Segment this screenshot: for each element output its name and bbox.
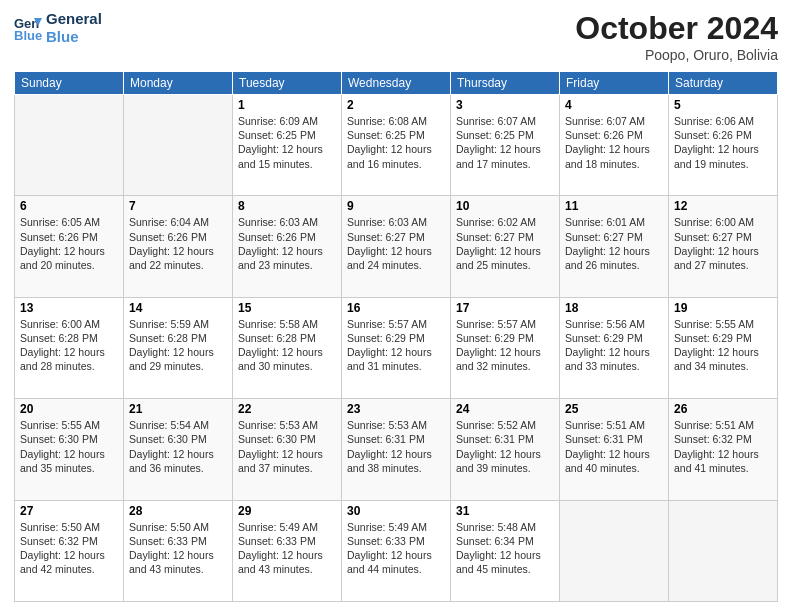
day-info: Sunrise: 6:02 AMSunset: 6:27 PMDaylight:…	[456, 215, 554, 272]
weekday-header-cell: Thursday	[451, 72, 560, 95]
calendar-day-cell	[560, 500, 669, 601]
calendar-day-cell	[124, 95, 233, 196]
day-info: Sunrise: 6:06 AMSunset: 6:26 PMDaylight:…	[674, 114, 772, 171]
calendar-day-cell: 31Sunrise: 5:48 AMSunset: 6:34 PMDayligh…	[451, 500, 560, 601]
calendar-day-cell: 25Sunrise: 5:51 AMSunset: 6:31 PMDayligh…	[560, 399, 669, 500]
day-info: Sunrise: 5:48 AMSunset: 6:34 PMDaylight:…	[456, 520, 554, 577]
day-number: 20	[20, 402, 118, 416]
logo: Gen Blue General Blue	[14, 10, 102, 46]
day-info: Sunrise: 5:56 AMSunset: 6:29 PMDaylight:…	[565, 317, 663, 374]
day-number: 22	[238, 402, 336, 416]
day-number: 10	[456, 199, 554, 213]
day-number: 23	[347, 402, 445, 416]
day-number: 7	[129, 199, 227, 213]
day-info: Sunrise: 5:49 AMSunset: 6:33 PMDaylight:…	[238, 520, 336, 577]
calendar-day-cell: 29Sunrise: 5:49 AMSunset: 6:33 PMDayligh…	[233, 500, 342, 601]
calendar-week-row: 13Sunrise: 6:00 AMSunset: 6:28 PMDayligh…	[15, 297, 778, 398]
calendar-week-row: 27Sunrise: 5:50 AMSunset: 6:32 PMDayligh…	[15, 500, 778, 601]
header: Gen Blue General Blue October 2024 Poopo…	[14, 10, 778, 63]
day-number: 31	[456, 504, 554, 518]
weekday-header-row: SundayMondayTuesdayWednesdayThursdayFrid…	[15, 72, 778, 95]
calendar-day-cell: 21Sunrise: 5:54 AMSunset: 6:30 PMDayligh…	[124, 399, 233, 500]
day-number: 24	[456, 402, 554, 416]
day-info: Sunrise: 5:51 AMSunset: 6:31 PMDaylight:…	[565, 418, 663, 475]
day-number: 29	[238, 504, 336, 518]
day-number: 16	[347, 301, 445, 315]
day-number: 12	[674, 199, 772, 213]
day-info: Sunrise: 5:57 AMSunset: 6:29 PMDaylight:…	[456, 317, 554, 374]
day-info: Sunrise: 5:55 AMSunset: 6:30 PMDaylight:…	[20, 418, 118, 475]
calendar-day-cell: 6Sunrise: 6:05 AMSunset: 6:26 PMDaylight…	[15, 196, 124, 297]
calendar-day-cell: 12Sunrise: 6:00 AMSunset: 6:27 PMDayligh…	[669, 196, 778, 297]
weekday-header-cell: Saturday	[669, 72, 778, 95]
calendar-day-cell: 4Sunrise: 6:07 AMSunset: 6:26 PMDaylight…	[560, 95, 669, 196]
day-info: Sunrise: 5:49 AMSunset: 6:33 PMDaylight:…	[347, 520, 445, 577]
day-info: Sunrise: 6:07 AMSunset: 6:25 PMDaylight:…	[456, 114, 554, 171]
day-number: 4	[565, 98, 663, 112]
day-info: Sunrise: 6:05 AMSunset: 6:26 PMDaylight:…	[20, 215, 118, 272]
day-number: 28	[129, 504, 227, 518]
day-number: 2	[347, 98, 445, 112]
day-info: Sunrise: 5:55 AMSunset: 6:29 PMDaylight:…	[674, 317, 772, 374]
calendar-day-cell	[669, 500, 778, 601]
day-info: Sunrise: 6:04 AMSunset: 6:26 PMDaylight:…	[129, 215, 227, 272]
day-info: Sunrise: 5:50 AMSunset: 6:33 PMDaylight:…	[129, 520, 227, 577]
day-number: 27	[20, 504, 118, 518]
day-info: Sunrise: 5:57 AMSunset: 6:29 PMDaylight:…	[347, 317, 445, 374]
calendar-day-cell	[15, 95, 124, 196]
day-info: Sunrise: 6:03 AMSunset: 6:26 PMDaylight:…	[238, 215, 336, 272]
calendar-day-cell: 30Sunrise: 5:49 AMSunset: 6:33 PMDayligh…	[342, 500, 451, 601]
day-info: Sunrise: 6:00 AMSunset: 6:27 PMDaylight:…	[674, 215, 772, 272]
day-number: 25	[565, 402, 663, 416]
weekday-header-cell: Sunday	[15, 72, 124, 95]
day-info: Sunrise: 6:01 AMSunset: 6:27 PMDaylight:…	[565, 215, 663, 272]
day-number: 6	[20, 199, 118, 213]
calendar-day-cell: 24Sunrise: 5:52 AMSunset: 6:31 PMDayligh…	[451, 399, 560, 500]
weekday-header-cell: Monday	[124, 72, 233, 95]
day-number: 21	[129, 402, 227, 416]
weekday-header-cell: Tuesday	[233, 72, 342, 95]
calendar-day-cell: 20Sunrise: 5:55 AMSunset: 6:30 PMDayligh…	[15, 399, 124, 500]
calendar-day-cell: 13Sunrise: 6:00 AMSunset: 6:28 PMDayligh…	[15, 297, 124, 398]
day-info: Sunrise: 6:03 AMSunset: 6:27 PMDaylight:…	[347, 215, 445, 272]
calendar-day-cell: 11Sunrise: 6:01 AMSunset: 6:27 PMDayligh…	[560, 196, 669, 297]
day-number: 15	[238, 301, 336, 315]
calendar-week-row: 1Sunrise: 6:09 AMSunset: 6:25 PMDaylight…	[15, 95, 778, 196]
calendar-table: SundayMondayTuesdayWednesdayThursdayFrid…	[14, 71, 778, 602]
day-number: 9	[347, 199, 445, 213]
day-number: 13	[20, 301, 118, 315]
calendar-day-cell: 23Sunrise: 5:53 AMSunset: 6:31 PMDayligh…	[342, 399, 451, 500]
calendar-day-cell: 27Sunrise: 5:50 AMSunset: 6:32 PMDayligh…	[15, 500, 124, 601]
svg-text:Blue: Blue	[14, 28, 42, 42]
day-info: Sunrise: 5:54 AMSunset: 6:30 PMDaylight:…	[129, 418, 227, 475]
day-info: Sunrise: 5:58 AMSunset: 6:28 PMDaylight:…	[238, 317, 336, 374]
day-info: Sunrise: 6:00 AMSunset: 6:28 PMDaylight:…	[20, 317, 118, 374]
calendar-day-cell: 2Sunrise: 6:08 AMSunset: 6:25 PMDaylight…	[342, 95, 451, 196]
day-info: Sunrise: 6:09 AMSunset: 6:25 PMDaylight:…	[238, 114, 336, 171]
page: Gen Blue General Blue October 2024 Poopo…	[0, 0, 792, 612]
calendar-day-cell: 3Sunrise: 6:07 AMSunset: 6:25 PMDaylight…	[451, 95, 560, 196]
calendar-day-cell: 17Sunrise: 5:57 AMSunset: 6:29 PMDayligh…	[451, 297, 560, 398]
calendar-week-row: 20Sunrise: 5:55 AMSunset: 6:30 PMDayligh…	[15, 399, 778, 500]
logo-line1: General	[46, 10, 102, 28]
weekday-header-cell: Wednesday	[342, 72, 451, 95]
logo-line2: Blue	[46, 28, 102, 46]
day-info: Sunrise: 5:50 AMSunset: 6:32 PMDaylight:…	[20, 520, 118, 577]
calendar-day-cell: 15Sunrise: 5:58 AMSunset: 6:28 PMDayligh…	[233, 297, 342, 398]
calendar-day-cell: 22Sunrise: 5:53 AMSunset: 6:30 PMDayligh…	[233, 399, 342, 500]
calendar-day-cell: 14Sunrise: 5:59 AMSunset: 6:28 PMDayligh…	[124, 297, 233, 398]
location: Poopo, Oruro, Bolivia	[575, 47, 778, 63]
calendar-day-cell: 28Sunrise: 5:50 AMSunset: 6:33 PMDayligh…	[124, 500, 233, 601]
logo-icon: Gen Blue	[14, 14, 42, 42]
day-number: 1	[238, 98, 336, 112]
calendar-day-cell: 16Sunrise: 5:57 AMSunset: 6:29 PMDayligh…	[342, 297, 451, 398]
month-title: October 2024	[575, 10, 778, 47]
day-number: 5	[674, 98, 772, 112]
day-number: 14	[129, 301, 227, 315]
calendar-day-cell: 26Sunrise: 5:51 AMSunset: 6:32 PMDayligh…	[669, 399, 778, 500]
day-number: 30	[347, 504, 445, 518]
day-info: Sunrise: 5:59 AMSunset: 6:28 PMDaylight:…	[129, 317, 227, 374]
calendar-day-cell: 7Sunrise: 6:04 AMSunset: 6:26 PMDaylight…	[124, 196, 233, 297]
day-info: Sunrise: 5:53 AMSunset: 6:31 PMDaylight:…	[347, 418, 445, 475]
calendar-day-cell: 5Sunrise: 6:06 AMSunset: 6:26 PMDaylight…	[669, 95, 778, 196]
